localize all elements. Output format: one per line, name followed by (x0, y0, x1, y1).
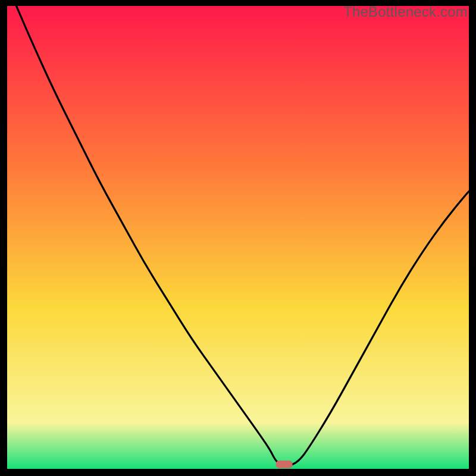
chart-frame (7, 6, 469, 469)
gradient-background (7, 6, 469, 469)
bottleneck-chart (7, 6, 469, 469)
optimal-point-marker (276, 461, 293, 468)
watermark-text: TheBottleneck.com (343, 4, 468, 20)
